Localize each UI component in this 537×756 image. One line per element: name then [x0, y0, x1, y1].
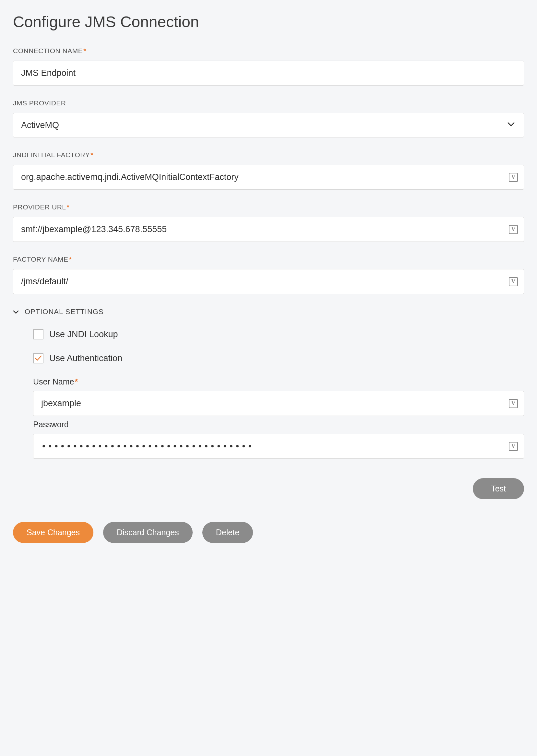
connection-name-label-text: CONNECTION NAME — [13, 47, 83, 55]
variable-icon[interactable]: V — [509, 399, 518, 408]
required-marker: * — [91, 151, 93, 159]
factory-name-input[interactable] — [13, 269, 509, 294]
jms-provider-select[interactable]: ActiveMQ — [13, 113, 524, 137]
use-jndi-lookup-checkbox[interactable] — [33, 329, 43, 339]
test-button[interactable]: Test — [473, 478, 524, 499]
jndi-initial-factory-input-wrap: V — [13, 165, 524, 190]
username-input[interactable] — [33, 391, 509, 416]
jndi-initial-factory-group: JNDI INITIAL FACTORY* V — [13, 151, 524, 190]
connection-name-input[interactable] — [13, 61, 524, 85]
password-input[interactable] — [33, 434, 509, 458]
factory-name-label: FACTORY NAME* — [13, 256, 524, 263]
variable-icon[interactable]: V — [509, 277, 518, 286]
username-label-text: User Name — [33, 377, 74, 386]
provider-url-input-wrap: V — [13, 217, 524, 242]
use-authentication-row: Use Authentication — [33, 353, 524, 363]
jndi-initial-factory-label: JNDI INITIAL FACTORY* — [13, 151, 524, 159]
jms-provider-label-text: JMS PROVIDER — [13, 99, 66, 107]
provider-url-label-text: PROVIDER URL — [13, 203, 66, 211]
variable-icon[interactable]: V — [509, 442, 518, 451]
use-jndi-lookup-label: Use JNDI Lookup — [49, 329, 118, 339]
username-input-wrap: V — [33, 391, 524, 416]
password-input-wrap: V — [33, 434, 524, 459]
optional-settings-toggle[interactable]: OPTIONAL SETTINGS — [13, 308, 524, 316]
button-row: Save Changes Discard Changes Delete — [13, 522, 524, 543]
provider-url-group: PROVIDER URL* V — [13, 203, 524, 242]
optional-settings-label: OPTIONAL SETTINGS — [25, 308, 104, 316]
required-marker: * — [75, 377, 78, 386]
use-authentication-label: Use Authentication — [49, 353, 122, 363]
jndi-initial-factory-label-text: JNDI INITIAL FACTORY — [13, 151, 90, 159]
required-marker: * — [67, 203, 70, 211]
page-title: Configure JMS Connection — [13, 13, 524, 31]
factory-name-group: FACTORY NAME* V — [13, 256, 524, 294]
required-marker: * — [69, 256, 72, 263]
delete-button[interactable]: Delete — [202, 522, 253, 543]
factory-name-label-text: FACTORY NAME — [13, 256, 68, 263]
jms-provider-label: JMS PROVIDER — [13, 99, 524, 107]
variable-icon[interactable]: V — [509, 173, 518, 182]
password-label: Password — [33, 420, 524, 429]
jndi-initial-factory-input[interactable] — [13, 165, 509, 189]
username-label: User Name* — [33, 377, 524, 386]
required-marker: * — [83, 47, 86, 55]
jms-provider-group: JMS PROVIDER ActiveMQ — [13, 99, 524, 138]
chevron-down-icon — [13, 308, 19, 316]
connection-name-group: CONNECTION NAME* — [13, 47, 524, 86]
variable-icon[interactable]: V — [509, 225, 518, 234]
provider-url-input[interactable] — [13, 217, 509, 242]
use-jndi-lookup-row: Use JNDI Lookup — [33, 329, 524, 339]
password-label-text: Password — [33, 420, 69, 429]
connection-name-label: CONNECTION NAME* — [13, 47, 524, 55]
provider-url-label: PROVIDER URL* — [13, 203, 524, 211]
factory-name-input-wrap: V — [13, 269, 524, 294]
jms-provider-select-wrap: ActiveMQ — [13, 113, 524, 138]
discard-button[interactable]: Discard Changes — [103, 522, 193, 543]
username-group: User Name* V — [33, 377, 524, 416]
connection-name-input-wrap — [13, 60, 524, 86]
optional-settings-body: Use JNDI Lookup Use Authentication User … — [13, 329, 524, 459]
use-authentication-checkbox[interactable] — [33, 353, 43, 363]
save-button[interactable]: Save Changes — [13, 522, 93, 543]
test-row: Test — [13, 478, 524, 499]
password-group: Password V — [33, 420, 524, 459]
